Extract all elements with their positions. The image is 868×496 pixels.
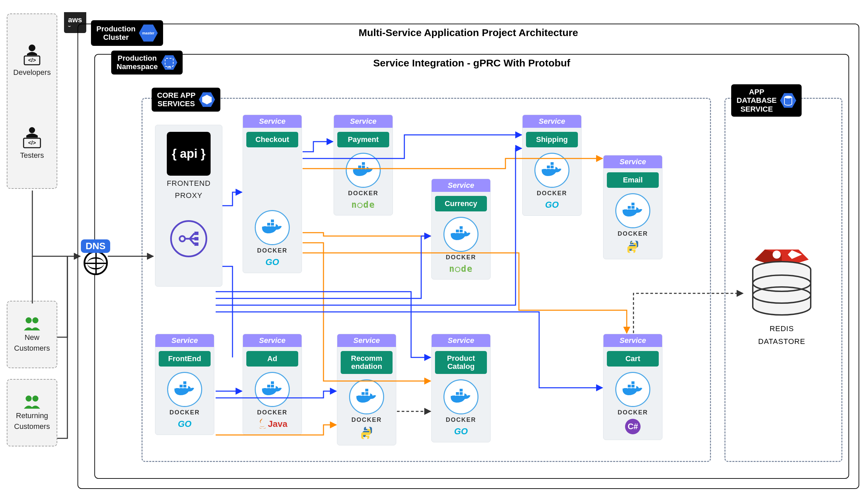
lang-go-icon: GO xyxy=(545,200,559,210)
service-checkout: Service Checkout DOCKER GO xyxy=(243,115,302,273)
svg-rect-26 xyxy=(362,162,365,165)
lang-python-icon xyxy=(360,426,373,440)
lang-csharp-icon: C# xyxy=(625,419,641,434)
svg-point-6 xyxy=(26,317,32,323)
svg-rect-30 xyxy=(456,230,459,232)
svg-rect-49 xyxy=(180,385,183,387)
svg-rect-50 xyxy=(183,385,186,387)
svg-rect-67 xyxy=(456,392,459,395)
badge-pn-l2: Namespace xyxy=(117,62,158,71)
globe-icon xyxy=(83,251,108,275)
docker-icon xyxy=(615,193,650,228)
actor-new-l2: Customers xyxy=(14,344,50,353)
docker-label: DOCKER xyxy=(257,409,287,416)
docker-label: DOCKER xyxy=(170,409,200,416)
svc-name-checkout: Checkout xyxy=(246,132,298,148)
svg-rect-63 xyxy=(365,389,368,391)
service-ad: Service Ad DOCKER Java xyxy=(243,334,302,435)
lang-go-icon: GO xyxy=(266,257,279,267)
proxy-label-l2: PROXY xyxy=(175,191,203,200)
lang-node-icon: n○de xyxy=(351,200,375,210)
svg-point-10 xyxy=(785,96,792,98)
svc-head: Service xyxy=(337,334,396,347)
svg-point-0 xyxy=(29,45,35,51)
actor-returning-customers: Returning Customers xyxy=(7,379,57,446)
service-payment: Service Payment DOCKER n○de xyxy=(334,115,393,215)
badge-pc-l2: Cluster xyxy=(96,33,135,42)
svg-rect-14 xyxy=(194,243,198,246)
badge-production-namespace: Production Namespace ns xyxy=(111,50,183,75)
redis-icon xyxy=(745,236,819,320)
svc-head: Service xyxy=(243,115,302,128)
docker-label: DOCKER xyxy=(446,254,476,261)
title-service-integration: Service Integration - gPRC With Protobuf xyxy=(95,57,849,69)
docker-icon xyxy=(444,217,479,252)
docker-icon xyxy=(255,210,290,245)
svg-rect-36 xyxy=(547,166,550,168)
docker-label: DOCKER xyxy=(257,247,287,254)
docker-label: DOCKER xyxy=(537,190,567,197)
docker-label: DOCKER xyxy=(617,230,648,237)
svg-rect-57 xyxy=(271,381,274,384)
docker-icon xyxy=(167,372,202,407)
k8s-db-icon xyxy=(780,92,796,109)
svc-head: Service xyxy=(432,179,490,192)
svg-rect-19 xyxy=(271,223,274,226)
docker-icon xyxy=(255,372,290,407)
svg-rect-42 xyxy=(628,206,631,209)
users-icon xyxy=(22,316,42,331)
svc-head: Service xyxy=(243,334,302,347)
developer-icon: </> xyxy=(20,43,44,66)
k8s-ns-icon: ns xyxy=(161,54,177,71)
k8s-pod-icon xyxy=(199,91,215,108)
svg-text:</>: </> xyxy=(28,140,36,146)
service-shipping: Service Shipping DOCKER GO xyxy=(522,115,582,216)
svg-point-45 xyxy=(631,242,632,243)
lang-node-icon: n○de xyxy=(449,264,473,274)
docker-icon xyxy=(346,153,381,188)
tester-icon: </> xyxy=(20,125,44,149)
svg-text:</>: </> xyxy=(28,57,36,63)
svg-rect-75 xyxy=(631,381,634,384)
svc-head: Service xyxy=(604,155,662,168)
actors-staff-box: </> Developers </> Testers xyxy=(7,14,57,189)
svg-rect-31 xyxy=(460,230,463,232)
svg-rect-13 xyxy=(194,237,198,241)
svg-point-3 xyxy=(29,127,35,133)
service-product-catalog: Service Product Catalog DOCKER GO xyxy=(431,334,491,443)
badge-cas-l1: CORE APP xyxy=(157,91,195,99)
badge-cas-l2: SERVICES xyxy=(157,99,195,108)
badge-pn-l1: Production xyxy=(117,54,158,62)
svc-name-shipping: Shipping xyxy=(526,132,578,148)
svg-rect-37 xyxy=(551,166,553,168)
docker-icon xyxy=(349,379,384,414)
actor-ret-l2: Customers xyxy=(14,422,50,431)
svg-point-9 xyxy=(32,396,38,402)
svg-point-11 xyxy=(180,236,185,242)
users-icon xyxy=(22,394,42,409)
svc-name-currency: Currency xyxy=(435,196,487,212)
actor-testers: </> Testers xyxy=(10,125,54,160)
actor-new-customers: New Customers xyxy=(7,301,57,368)
svg-rect-61 xyxy=(361,392,365,395)
actor-developers-label: Developers xyxy=(13,68,50,77)
docker-label: DOCKER xyxy=(617,409,648,416)
svg-rect-62 xyxy=(365,392,368,395)
docker-label: DOCKER xyxy=(351,416,382,423)
service-currency: Service Currency DOCKER n○de xyxy=(431,179,491,280)
svc-name-product-catalog: Product Catalog xyxy=(435,351,487,374)
svc-name-payment: Payment xyxy=(337,132,389,148)
aws-label: aws xyxy=(68,16,82,24)
svg-rect-25 xyxy=(362,166,365,168)
svg-rect-56 xyxy=(271,385,274,387)
svg-rect-74 xyxy=(631,385,634,387)
k8s-master-icon: master xyxy=(139,24,158,43)
lang-python-icon xyxy=(626,240,640,253)
svg-rect-69 xyxy=(460,389,463,391)
svg-point-8 xyxy=(26,396,32,402)
svc-name-frontend: FrontEnd xyxy=(159,351,211,367)
svg-rect-51 xyxy=(183,381,186,384)
api-icon: { api } xyxy=(167,132,211,176)
docker-icon xyxy=(444,379,479,414)
actor-developers: </> Developers xyxy=(10,43,54,77)
